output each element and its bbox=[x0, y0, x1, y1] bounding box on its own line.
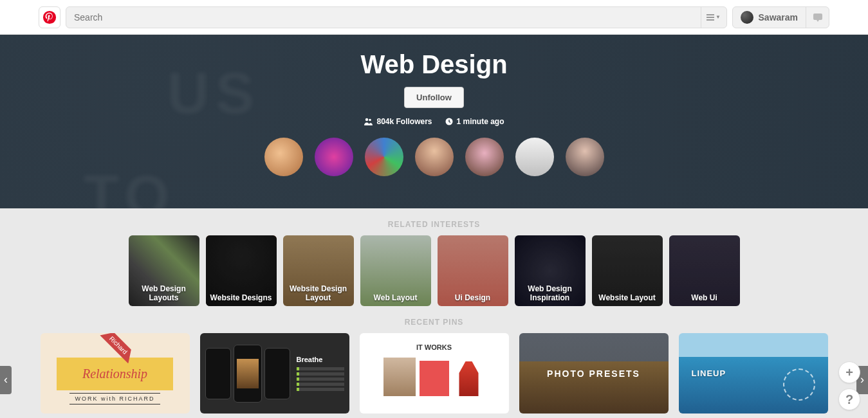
view-options-button[interactable]: ▼ bbox=[701, 7, 726, 28]
board-title: Web Design bbox=[360, 50, 507, 79]
pin-card[interactable]: LINEUP bbox=[679, 333, 828, 413]
floating-actions: + ? bbox=[838, 361, 860, 410]
svg-rect-1 bbox=[813, 14, 822, 20]
contributor-avatar[interactable] bbox=[515, 138, 554, 176]
add-button[interactable]: + bbox=[838, 361, 860, 383]
search-bar: ▼ bbox=[66, 6, 727, 28]
interest-label: Ui Design bbox=[451, 289, 494, 306]
interest-card[interactable]: Web Design Inspiration bbox=[515, 235, 586, 306]
pin-card[interactable]: PHOTO PRESETS bbox=[519, 333, 669, 413]
contributor-avatars bbox=[264, 138, 604, 176]
interest-card[interactable]: Ui Design bbox=[438, 235, 508, 306]
followers-count[interactable]: 804k Followers bbox=[364, 117, 432, 126]
pinterest-icon bbox=[42, 10, 57, 24]
recent-pins-row: ‹ Richard Relationship WORK with RICHARD… bbox=[0, 333, 868, 418]
last-activity: 1 minute ago bbox=[445, 117, 504, 126]
notifications-button[interactable] bbox=[806, 7, 829, 28]
contributor-avatar[interactable] bbox=[315, 138, 353, 176]
user-profile-button[interactable]: Sawaram bbox=[733, 7, 806, 28]
help-button[interactable]: ? bbox=[838, 388, 860, 410]
interest-label: Website Design Layout bbox=[283, 280, 354, 306]
clock-icon bbox=[445, 118, 453, 125]
unfollow-button[interactable]: Unfollow bbox=[404, 87, 464, 108]
interest-card[interactable]: Web Ui bbox=[669, 235, 740, 306]
interest-label: Website Designs bbox=[207, 289, 276, 306]
contributor-avatar[interactable] bbox=[465, 138, 504, 176]
interest-label: Web Layout bbox=[370, 289, 421, 306]
board-hero: US TO Web Design Unfollow 804k Followers… bbox=[0, 35, 868, 208]
top-header: ▼ Sawaram bbox=[0, 0, 868, 35]
pins-prev-button[interactable]: ‹ bbox=[0, 366, 12, 394]
list-icon bbox=[706, 14, 714, 21]
search-input[interactable] bbox=[66, 7, 701, 28]
interest-label: Website Layout bbox=[595, 289, 659, 306]
contributor-avatar[interactable] bbox=[365, 138, 403, 176]
plus-icon: + bbox=[845, 365, 853, 380]
pin-card[interactable]: IT WORKS bbox=[360, 333, 509, 413]
chat-icon bbox=[813, 13, 823, 22]
contributor-avatar[interactable] bbox=[415, 138, 454, 176]
interest-card[interactable]: Website Designs bbox=[206, 235, 277, 306]
contributor-avatar[interactable] bbox=[566, 138, 604, 176]
interest-label: Web Ui bbox=[687, 289, 721, 306]
related-interests-row: Web Design LayoutsWebsite DesignsWebsite… bbox=[0, 235, 868, 306]
interest-label: Web Design Inspiration bbox=[515, 280, 586, 306]
svg-point-3 bbox=[369, 119, 372, 122]
username-label: Sawaram bbox=[759, 12, 798, 23]
chevron-down-icon: ▼ bbox=[716, 14, 721, 20]
user-avatar bbox=[741, 11, 753, 24]
recent-pins-heading: RECENT PINS bbox=[0, 306, 868, 333]
interest-card[interactable]: Website Layout bbox=[592, 235, 663, 306]
contributor-avatar[interactable] bbox=[264, 138, 303, 176]
question-icon: ? bbox=[845, 392, 853, 407]
pin-card[interactable]: Breathe bbox=[200, 333, 349, 413]
interest-card[interactable]: Web Layout bbox=[360, 235, 431, 306]
interest-label: Web Design Layouts bbox=[129, 280, 199, 306]
interest-card[interactable]: Web Design Layouts bbox=[129, 235, 199, 306]
pin-card[interactable]: Richard Relationship WORK with RICHARD bbox=[41, 333, 190, 413]
user-menu: Sawaram bbox=[732, 6, 829, 28]
board-meta: 804k Followers 1 minute ago bbox=[364, 117, 504, 126]
related-interests-heading: RELATED INTERESTS bbox=[0, 208, 868, 235]
people-icon bbox=[364, 118, 373, 125]
svg-point-2 bbox=[365, 118, 368, 121]
pinterest-logo[interactable] bbox=[39, 6, 60, 28]
interest-card[interactable]: Website Design Layout bbox=[283, 235, 354, 306]
